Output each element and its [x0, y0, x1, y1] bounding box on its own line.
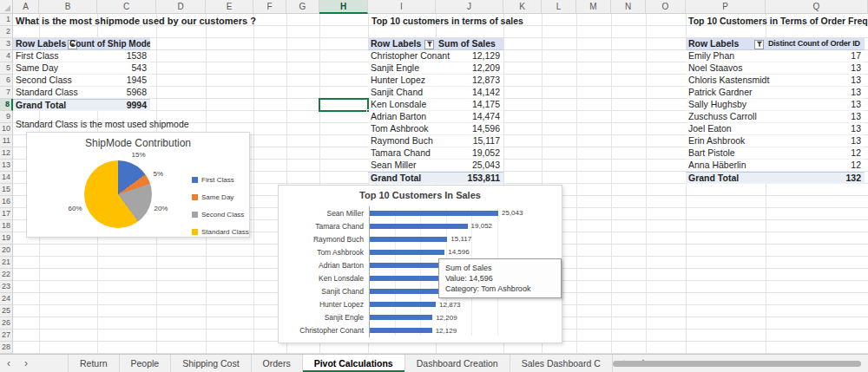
pivot-row[interactable]: Standard Class 5968 — [13, 87, 150, 99]
column-header-D[interactable]: D — [156, 0, 206, 14]
pivot-row[interactable]: Hunter Lopez 12,873 — [368, 75, 503, 87]
column-header-N[interactable]: N — [611, 0, 646, 14]
grand-total-row[interactable]: Grand Total 132 — [686, 172, 865, 184]
horizontal-scrollbar[interactable] — [613, 361, 861, 367]
pivot-row[interactable]: Emily Phan 17 — [686, 50, 865, 62]
shipmode-pivot-table[interactable]: Row Labels ▾ Count of Ship Mode First Cl… — [13, 38, 150, 111]
bar[interactable] — [370, 250, 444, 255]
sheet-tab-shipping-cost[interactable]: Shipping Cost — [171, 355, 251, 372]
spreadsheet-grid[interactable]: ABCDEFGHIJKLMNOPQ 1234567891011121314151… — [0, 0, 868, 354]
sheet-nav-next-icon[interactable]: › — [17, 355, 35, 372]
row-header-28[interactable]: 28 — [0, 342, 13, 354]
pivot-row[interactable]: Second Class 1945 — [13, 75, 150, 87]
pie-chart[interactable]: ShipMode Contribution 15%5%20%60% First … — [26, 132, 250, 238]
pivot-row[interactable]: Raymond Buch 15,117 — [368, 135, 503, 147]
row-header-10[interactable]: 10 — [0, 123, 13, 135]
row-header-12[interactable]: 12 — [0, 147, 13, 160]
column-header-A[interactable]: A — [13, 0, 39, 14]
row-header-19[interactable]: 19 — [0, 232, 13, 245]
row-header-5[interactable]: 5 — [0, 62, 13, 75]
bar[interactable] — [370, 263, 444, 268]
pivot-row[interactable]: Sally Hughsby 13 — [686, 99, 865, 111]
pivot-row[interactable]: Same Day 543 — [13, 62, 150, 75]
sales-pivot-table[interactable]: Row Labels Sum of Sales Christopher Cona… — [368, 38, 503, 184]
row-header-8[interactable]: 8 — [0, 99, 13, 111]
row-header-2[interactable]: 2 — [0, 26, 13, 38]
bar[interactable] — [370, 315, 432, 320]
column-header-O[interactable]: O — [646, 0, 686, 14]
pivot-row[interactable]: Adrian Barton 14,474 — [368, 111, 503, 123]
select-all-corner[interactable] — [0, 0, 13, 14]
pivot-row[interactable]: Anna Häberlin 12 — [686, 160, 865, 172]
sheet-tab-dashboard-creation[interactable]: Dashboard Creation — [405, 355, 510, 372]
row-header-24[interactable]: 24 — [0, 293, 13, 305]
row-header-27[interactable]: 27 — [0, 330, 13, 342]
pivot-row[interactable]: Ken Lonsdale 14,175 — [368, 99, 503, 111]
row-header-13[interactable]: 13 — [0, 160, 13, 172]
bar[interactable] — [370, 328, 432, 333]
column-header-J[interactable]: J — [436, 0, 503, 14]
bar[interactable] — [370, 211, 498, 216]
row-header-23[interactable]: 23 — [0, 281, 13, 293]
pivot-row[interactable]: First Class 1538 — [13, 50, 150, 62]
bar[interactable] — [370, 302, 436, 307]
pivot-row[interactable]: Sanjit Engle 12,209 — [368, 62, 503, 75]
sheet-tab-return[interactable]: Return — [68, 355, 120, 372]
column-header-B[interactable]: B — [39, 0, 97, 14]
column-header-F[interactable]: F — [253, 0, 286, 14]
row-header-7[interactable]: 7 — [0, 87, 13, 99]
pivot-row[interactable]: Sanjit Chand 14,142 — [368, 87, 503, 99]
filter-funnel-icon[interactable] — [754, 40, 764, 49]
row-header-17[interactable]: 17 — [0, 208, 13, 220]
column-header-I[interactable]: I — [368, 0, 436, 14]
row-header-15[interactable]: 15 — [0, 184, 13, 196]
column-header-K[interactable]: K — [503, 0, 542, 14]
row-header-21[interactable]: 21 — [0, 257, 13, 269]
selected-cell[interactable] — [319, 98, 369, 112]
column-header-L[interactable]: L — [542, 0, 576, 14]
column-header-H[interactable]: H — [319, 0, 368, 14]
column-header-P[interactable]: P — [686, 0, 766, 14]
filter-funnel-icon[interactable] — [424, 40, 434, 49]
frequency-pivot-table[interactable]: Row Labels Distinct Count of Order ID Em… — [686, 38, 865, 184]
row-header-4[interactable]: 4 — [0, 50, 13, 62]
row-header-26[interactable]: 26 — [0, 317, 13, 330]
row-header-22[interactable]: 22 — [0, 269, 13, 281]
pivot-row[interactable]: Christopher Conant 12,129 — [368, 50, 503, 62]
row-header-1[interactable]: 1 — [0, 14, 13, 26]
pivot-row[interactable]: Patrick Gardner 13 — [686, 87, 865, 99]
column-header-Q[interactable]: Q — [766, 0, 868, 14]
pivot-row[interactable]: Sean Miller 25,043 — [368, 160, 503, 172]
sheet-tab-people[interactable]: People — [120, 355, 172, 372]
row-header-25[interactable]: 25 — [0, 305, 13, 317]
pivot-row[interactable]: Erin Ashbrook 13 — [686, 135, 865, 147]
row-header-14[interactable]: 14 — [0, 172, 13, 184]
column-header-C[interactable]: C — [97, 0, 156, 14]
row-header-3[interactable]: 3 — [0, 38, 13, 50]
pivot-row[interactable]: Tom Ashbrook 14,596 — [368, 123, 503, 135]
row-header-11[interactable]: 11 — [0, 135, 13, 147]
sheet-tab-sales-dashboard-c[interactable]: Sales Dashboard C — [510, 355, 613, 372]
pivot-row[interactable]: Noel Staavos 13 — [686, 62, 865, 75]
pivot-row[interactable]: Chloris Kastensmidt 13 — [686, 75, 865, 87]
column-header-E[interactable]: E — [206, 0, 253, 14]
bar[interactable] — [370, 237, 447, 242]
bar[interactable] — [370, 289, 443, 294]
sheet-nav-prev-icon[interactable]: ‹ — [0, 355, 17, 372]
grand-total-row[interactable]: Grand Total 153,811 — [368, 172, 503, 184]
pivot-row[interactable]: Bart Pistole 12 — [686, 147, 865, 160]
pivot-row[interactable]: Tamara Chand 19,052 — [368, 147, 503, 160]
row-header-20[interactable]: 20 — [0, 245, 13, 257]
bar[interactable] — [370, 224, 468, 229]
pivot-row[interactable]: Zuschuss Carroll 13 — [686, 111, 865, 123]
sheet-tab-orders[interactable]: Orders — [252, 355, 303, 372]
bar[interactable] — [370, 276, 443, 281]
sheet-tab-pivot-calculations[interactable]: Pivot Calculations — [303, 355, 405, 372]
column-header-G[interactable]: G — [286, 0, 319, 14]
row-header-9[interactable]: 9 — [0, 111, 13, 123]
pie-graphic[interactable] — [84, 160, 152, 228]
pivot-row[interactable]: Joel Eaton 13 — [686, 123, 865, 135]
grand-total-row[interactable]: Grand Total 9994 — [13, 99, 150, 111]
row-header-6[interactable]: 6 — [0, 75, 13, 87]
column-header-M[interactable]: M — [576, 0, 611, 14]
